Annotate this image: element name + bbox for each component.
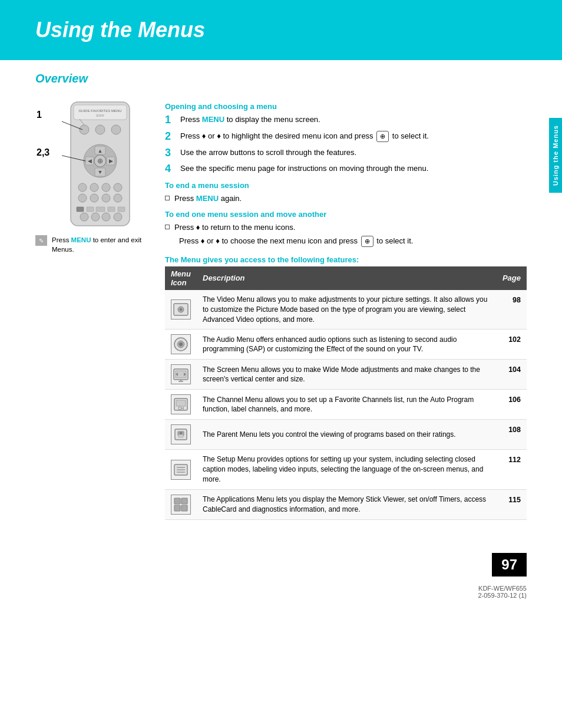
icon-cell-audio — [165, 330, 197, 360]
note-icon: ✎ — [35, 235, 47, 246]
svg-point-5 — [95, 125, 105, 134]
svg-text:▲: ▲ — [98, 148, 103, 154]
sidebar-tab: Using the Menus — [549, 118, 562, 193]
svg-point-22 — [114, 183, 122, 192]
menu-table: Menu Icon Description Page The Video Men… — [165, 266, 527, 520]
svg-rect-28 — [87, 207, 94, 212]
step-3: 3 Use the arrow buttons to scroll throug… — [165, 147, 527, 159]
main-content: Overview 1 2,3 GUIDE FAVORITES MENU SONY — [0, 60, 562, 541]
icon-cell-parent — [165, 420, 197, 450]
menu-icon-screen — [171, 364, 191, 384]
end-move-bullet-1: Press ♦ to return to the menu icons. — [165, 222, 527, 233]
callout-1: 1 — [37, 110, 42, 120]
page-cell-screen: 104 — [497, 360, 527, 390]
svg-point-35 — [114, 213, 122, 221]
table-row: The Parent Menu lets you control the vie… — [165, 420, 527, 450]
page-cell-channel: 106 — [497, 390, 527, 420]
header-banner: Using the Menus — [0, 0, 562, 60]
step-2-num: 2 — [165, 131, 176, 143]
svg-point-25 — [102, 194, 110, 202]
enter-key-2: ⊕ — [361, 236, 373, 247]
page-cell-audio: 102 — [497, 330, 527, 360]
icon-cell-setup — [165, 450, 197, 489]
footer: KDF-WE/WF655 2-059-370-12 (1) — [0, 582, 562, 605]
page-cell-applications: 115 — [497, 489, 527, 519]
svg-text:CH: CH — [178, 406, 184, 410]
end-session-menu: MENU — [196, 194, 219, 203]
svg-point-19 — [78, 183, 87, 192]
step-1: 1 Press MENU to display the menu screen. — [165, 114, 527, 126]
svg-point-40 — [180, 308, 182, 311]
overview-heading: Overview — [35, 72, 527, 85]
svg-rect-60 — [174, 498, 180, 504]
svg-point-4 — [80, 125, 89, 134]
step-2-text: Press ♦ or ♦ to highlight the desired me… — [180, 131, 429, 142]
icon-cell-screen — [165, 360, 197, 390]
icon-cell-applications — [165, 489, 197, 519]
opening-menu-heading: Opening and choosing a menu — [165, 102, 527, 111]
desc-cell-screen: The Screen Menu allows you to make Wide … — [197, 360, 497, 390]
remote-area: 1 2,3 GUIDE FAVORITES MENU SONY — [35, 99, 153, 254]
svg-rect-30 — [108, 207, 115, 212]
desc-cell-channel: The Channel Menu allows you to set up a … — [197, 390, 497, 420]
bullet-square-1 — [165, 196, 170, 200]
step-1-text: Press MENU to display the menu screen. — [180, 114, 320, 125]
remote-svg: GUIDE FAVORITES MENU SONY — [62, 99, 153, 230]
svg-text:GUIDE FAVORITES MENU: GUIDE FAVORITES MENU — [78, 109, 121, 113]
svg-point-24 — [90, 194, 98, 202]
note-menu-word: MENU — [71, 236, 91, 243]
left-column: 1 2,3 GUIDE FAVORITES MENU SONY — [35, 96, 153, 520]
step-3-num: 3 — [165, 147, 176, 159]
step-3-text: Use the arrow buttons to scroll through … — [180, 147, 356, 158]
svg-point-32 — [80, 213, 88, 221]
page-number-section: 97 — [0, 547, 562, 582]
svg-text:▼: ▼ — [98, 169, 103, 175]
svg-rect-62 — [174, 505, 180, 511]
end-move-text-2: Press ♦ or ♦ to choose the next menu ico… — [179, 236, 527, 247]
svg-point-54 — [180, 432, 182, 434]
table-header-row: Menu Icon Description Page — [165, 266, 527, 290]
end-session-heading: To end a menu session — [165, 181, 527, 190]
step-1-menu: MENU — [202, 115, 224, 124]
svg-point-42 — [179, 342, 183, 346]
step-2: 2 Press ♦ or ♦ to highlight the desired … — [165, 131, 527, 143]
page-cell-parent: 108 — [497, 420, 527, 450]
end-session-bullet: Press MENU again. — [165, 193, 527, 204]
svg-point-20 — [90, 183, 98, 192]
svg-text:⊕: ⊕ — [97, 157, 103, 165]
svg-point-21 — [102, 183, 110, 192]
step-4-text: See the specific menu page for instructi… — [180, 163, 428, 174]
table-row: The Applications Menu lets you display t… — [165, 489, 527, 519]
step-4-num: 4 — [165, 163, 176, 175]
svg-rect-61 — [181, 498, 187, 504]
menu-icon-audio — [171, 334, 191, 354]
footer-model: KDF-WE/WF655 — [35, 585, 527, 592]
overview-layout: 1 2,3 GUIDE FAVORITES MENU SONY — [35, 96, 527, 520]
col-description: Description — [197, 266, 497, 290]
svg-text:◀: ◀ — [88, 158, 92, 164]
desc-cell-applications: The Applications Menu lets you display t… — [197, 489, 497, 519]
svg-point-26 — [114, 194, 122, 202]
menu-icon-setup — [171, 460, 191, 480]
enter-key-1: ⊕ — [376, 131, 389, 142]
footer-part: 2-059-370-12 (1) — [35, 592, 527, 599]
menu-icon-video — [171, 299, 191, 319]
desc-cell-setup: The Setup Menu provides options for sett… — [197, 450, 497, 489]
bullet-square-2 — [165, 225, 170, 229]
svg-rect-63 — [181, 505, 187, 511]
page-cell-setup: 112 — [497, 450, 527, 489]
col-page: Page — [497, 266, 527, 290]
end-session-text: Press MENU again. — [174, 193, 242, 204]
icon-cell-channel: CH — [165, 390, 197, 420]
table-heading: The Menu gives you access to the followi… — [165, 255, 527, 264]
table-row: CHThe Channel Menu allows you to set up … — [165, 390, 527, 420]
right-column: Opening and choosing a menu 1 Press MENU… — [165, 96, 527, 520]
page-number: 97 — [492, 553, 527, 577]
bottom-note: ✎ Press MENU to enter and exit Menus. — [35, 235, 153, 254]
note-text: Press MENU to enter and exit Menus. — [52, 235, 153, 254]
svg-text:SONY: SONY — [96, 114, 105, 117]
table-row: The Screen Menu allows you to make Wide … — [165, 360, 527, 390]
page-title: Using the Menus — [35, 18, 527, 42]
menu-icon-applications — [171, 495, 191, 515]
page-cell-video: 98 — [497, 290, 527, 330]
